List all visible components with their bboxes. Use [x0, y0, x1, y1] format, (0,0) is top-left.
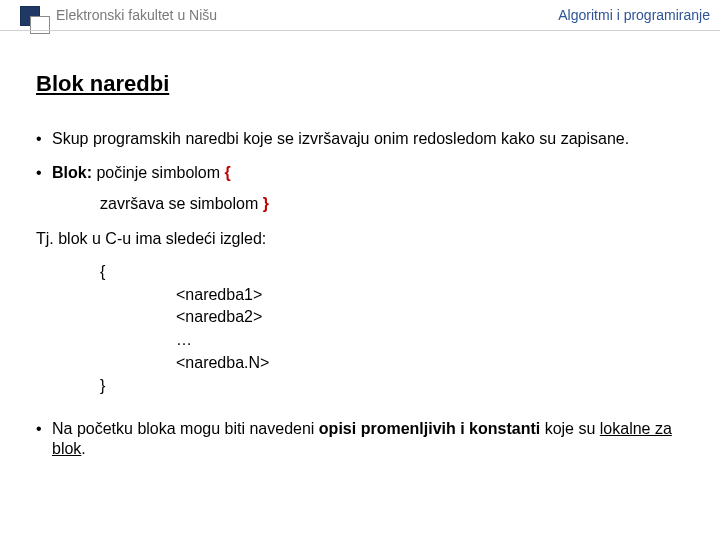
- bullet-blok: Blok: počinje simbolom { završava se sim…: [36, 163, 690, 215]
- bullet-definition-text: Skup programskih naredbi koje se izvršav…: [52, 130, 629, 147]
- header-left-text: Elektronski fakultet u Nišu: [56, 7, 217, 23]
- bullet-locals-bold: opisi promenljivih i konstanti: [319, 420, 540, 437]
- bullet-blok-label: Blok:: [52, 164, 92, 181]
- code-close-brace: }: [100, 376, 690, 397]
- header-divider: [0, 30, 720, 31]
- slide-content: Blok naredbi Skup programskih naredbi ko…: [0, 30, 720, 460]
- code-naredba2: <naredba2>: [176, 307, 690, 328]
- bullet-definition: Skup programskih naredbi koje se izvršav…: [36, 129, 690, 150]
- brace-close-inline: }: [263, 195, 269, 212]
- bullet-locals-end: .: [81, 440, 85, 457]
- bullet-locals-mid: koje su: [540, 420, 600, 437]
- slide: Elektronski fakultet u Nišu Algoritmi i …: [0, 0, 720, 540]
- code-naredbaN: <naredba.N>: [176, 353, 690, 374]
- bullet-blok-line2: završava se simbolom: [100, 195, 263, 212]
- bullet-locals-pre: Na početku bloka mogu biti navedeni: [52, 420, 319, 437]
- code-naredba1: <naredba1>: [176, 285, 690, 306]
- header-bar: Elektronski fakultet u Nišu Algoritmi i …: [0, 0, 720, 30]
- bullet-locals: Na početku bloka mogu biti navedeni opis…: [36, 419, 690, 461]
- para-intro: Tj. blok u C-u ima sledeći izgled:: [36, 229, 690, 250]
- code-ellipsis: …: [176, 330, 690, 351]
- logo-square-front: [30, 16, 50, 34]
- bullet-blok-line2-wrap: završava se simbolom }: [100, 194, 690, 215]
- code-block: { <naredba1> <naredba2> … <naredba.N> }: [36, 262, 690, 397]
- header-right-text: Algoritmi i programiranje: [558, 7, 710, 23]
- slide-title: Blok naredbi: [36, 70, 690, 99]
- brace-open-inline: {: [225, 164, 231, 181]
- code-open-brace: {: [100, 262, 690, 283]
- bullet-blok-line1: počinje simbolom: [92, 164, 225, 181]
